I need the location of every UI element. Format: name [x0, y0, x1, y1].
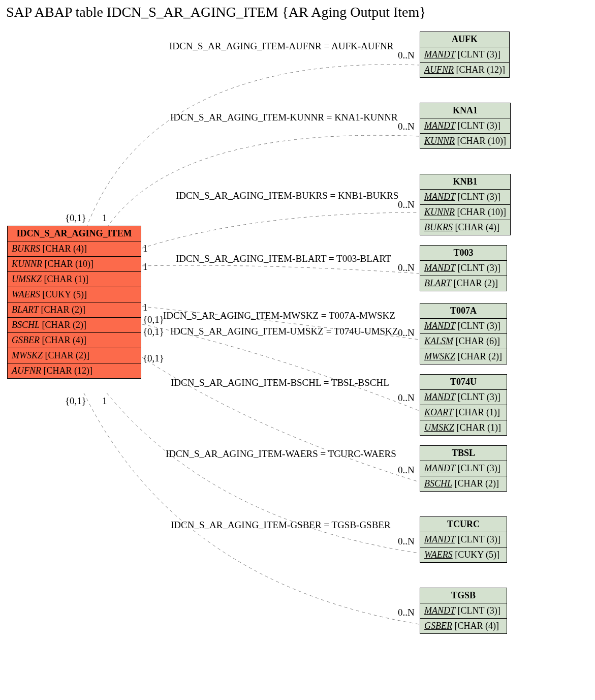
entity-field: BUKRS [CHAR (4)] [8, 241, 141, 257]
entity-target: KNA1MANDT [CLNT (3)]KUNNR [CHAR (10)] [420, 103, 511, 149]
entity-field: MANDT [CLNT (3)] [420, 190, 510, 205]
field-name: MWSKZ [424, 351, 455, 361]
field-name: WAERS [12, 289, 40, 299]
field-type: [CHAR (4)] [452, 621, 499, 631]
entity-target: T074UMANDT [CLNT (3)]KOART [CHAR (1)]UMS… [420, 374, 507, 436]
cardinality: {0,1} [143, 314, 164, 325]
entity-field: MANDT [CLNT (3)] [420, 390, 507, 405]
field-type: [CHAR (4)] [40, 244, 87, 254]
field-name: MWSKZ [12, 350, 43, 360]
entity-field: BLART [CHAR (2)] [8, 302, 141, 318]
relation-label: IDCN_S_AR_AGING_ITEM-UMSKZ = T074U-UMSKZ [170, 326, 398, 337]
field-name: MANDT [424, 192, 455, 202]
field-name: MANDT [424, 534, 455, 544]
relation-label: IDCN_S_AR_AGING_ITEM-MWSKZ = T007A-MWSKZ [163, 310, 395, 321]
field-type: [CLNT (3)] [455, 49, 500, 59]
field-name: BSCHL [12, 320, 40, 330]
entity-field: KALSM [CHAR (6)] [420, 334, 507, 349]
field-type: [CHAR (2)] [40, 320, 86, 330]
entity-field: AUFNR [CHAR (12)] [420, 63, 509, 77]
entity-field: BUKRS [CHAR (4)] [420, 220, 510, 235]
entity-field: KUNNR [CHAR (10)] [8, 257, 141, 272]
cardinality: 0..N [398, 607, 415, 618]
field-name: BSCHL [424, 478, 452, 489]
cardinality: {0,1} [143, 353, 164, 364]
entity-field: MWSKZ [CHAR (2)] [8, 348, 141, 363]
entity-target-header: KNB1 [420, 174, 510, 190]
entity-field: MANDT [CLNT (3)] [420, 47, 509, 63]
field-name: MANDT [424, 49, 455, 59]
field-type: [CUKY (5)] [40, 289, 87, 299]
cardinality: 1 [102, 395, 107, 407]
entity-target-header: AUFK [420, 32, 509, 47]
entity-field: KUNNR [CHAR (10)] [420, 205, 510, 220]
field-type: [CLNT (3)] [455, 263, 500, 273]
field-type: [CHAR (12)] [454, 65, 505, 75]
cardinality: 0..N [398, 121, 415, 132]
relation-label: IDCN_S_AR_AGING_ITEM-WAERS = TCURC-WAERS [166, 448, 396, 460]
field-name: GSBER [12, 335, 40, 345]
field-type: [CHAR (1)] [453, 407, 500, 417]
field-type: [CHAR (2)] [452, 478, 499, 489]
cardinality: 1 [143, 261, 148, 272]
cardinality: 0..N [398, 50, 415, 61]
field-name: MANDT [424, 120, 455, 131]
diagram-canvas: IDCN_S_AR_AGING_ITEM BUKRS [CHAR (4)]KUN… [0, 24, 595, 700]
entity-main-header: IDCN_S_AR_AGING_ITEM [8, 226, 141, 241]
field-type: [CLNT (3)] [455, 120, 500, 131]
field-name: BLART [12, 305, 39, 315]
cardinality: 0..N [398, 536, 415, 547]
entity-target: TGSBMANDT [CLNT (3)]GSBER [CHAR (4)] [420, 588, 507, 634]
field-name: MANDT [424, 463, 455, 473]
field-name: BUKRS [424, 222, 453, 232]
field-name: MANDT [424, 321, 455, 331]
cardinality: 0..N [398, 327, 415, 339]
field-name: KUNNR [12, 259, 42, 269]
entity-target-header: TCURC [420, 517, 507, 532]
field-type: [CHAR (4)] [453, 222, 499, 232]
entity-field: MANDT [CLNT (3)] [420, 261, 507, 276]
field-type: [CHAR (1)] [454, 422, 501, 433]
entity-target: KNB1MANDT [CLNT (3)]KUNNR [CHAR (10)]BUK… [420, 174, 511, 235]
cardinality: 0..N [398, 199, 415, 210]
entity-target-header: KNA1 [420, 103, 510, 118]
field-type: [CHAR (10)] [455, 207, 506, 217]
entity-field: WAERS [CUKY (5)] [8, 287, 141, 302]
entity-target-header: TBSL [420, 446, 507, 461]
field-name: WAERS [424, 550, 453, 560]
entity-target-header: T007A [420, 303, 507, 319]
field-name: MANDT [424, 263, 455, 273]
relation-label: IDCN_S_AR_AGING_ITEM-BSCHL = TBSL-BSCHL [171, 377, 389, 388]
relation-label: IDCN_S_AR_AGING_ITEM-AUFNR = AUFK-AUFNR [169, 41, 393, 52]
entity-target: T007AMANDT [CLNT (3)]KALSM [CHAR (6)]MWS… [420, 303, 507, 364]
entity-target: TBSLMANDT [CLNT (3)]BSCHL [CHAR (2)] [420, 445, 507, 492]
field-type: [CHAR (2)] [455, 351, 502, 361]
field-type: [CHAR (2)] [39, 305, 85, 315]
field-type: [CHAR (4)] [40, 335, 86, 345]
field-name: MANDT [424, 605, 455, 616]
field-name: BLART [424, 278, 451, 288]
relation-label: IDCN_S_AR_AGING_ITEM-KUNNR = KNA1-KUNNR [170, 112, 398, 123]
field-type: [CHAR (10)] [455, 136, 506, 146]
entity-target-header: T074U [420, 375, 507, 390]
field-type: [CHAR (2)] [451, 278, 498, 288]
entity-target-header: TGSB [420, 588, 507, 603]
relation-label: IDCN_S_AR_AGING_ITEM-GSBER = TGSB-GSBER [171, 520, 391, 531]
entity-main: IDCN_S_AR_AGING_ITEM BUKRS [CHAR (4)]KUN… [7, 226, 141, 379]
field-name: MANDT [424, 392, 455, 402]
field-type: [CHAR (6)] [453, 336, 500, 346]
cardinality: 1 [143, 243, 148, 254]
cardinality: 0..N [398, 262, 415, 273]
cardinality: 1 [102, 212, 107, 224]
entity-field: BSCHL [CHAR (2)] [8, 318, 141, 333]
field-name: KOART [424, 407, 453, 417]
cardinality: 0..N [398, 392, 415, 404]
entity-target-header: T003 [420, 246, 507, 261]
entity-field: MANDT [CLNT (3)] [420, 532, 507, 547]
field-name: GSBER [424, 621, 452, 631]
field-type: [CHAR (10)] [42, 259, 93, 269]
entity-target: TCURCMANDT [CLNT (3)]WAERS [CUKY (5)] [420, 516, 507, 563]
field-type: [CLNT (3)] [455, 321, 500, 331]
field-type: [CHAR (2)] [43, 350, 89, 360]
entity-field: MWSKZ [CHAR (2)] [420, 349, 507, 364]
